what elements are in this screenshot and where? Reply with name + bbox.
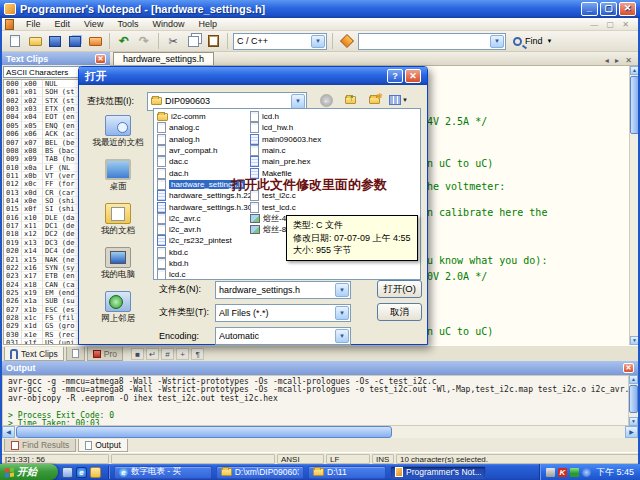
filename-input[interactable]: hardware_settings.h ▼	[215, 281, 351, 299]
new-file-button[interactable]	[6, 32, 24, 50]
start-button[interactable]: 开始	[0, 464, 58, 480]
chevron-down-icon[interactable]: ▼	[291, 94, 305, 109]
output-horizontal-scrollbar[interactable]: ◀ ▶	[2, 426, 638, 438]
chevron-down-icon[interactable]: ▼	[335, 283, 349, 297]
filetype-select[interactable]: All Files (*.*) ▼	[215, 304, 351, 322]
undo-button[interactable]: ↶	[115, 32, 133, 50]
list-item[interactable]: analog.c	[157, 122, 252, 133]
tray-icon[interactable]	[546, 468, 555, 477]
list-item[interactable]: main090603.hex	[250, 134, 321, 145]
list-item[interactable]: i2c_rs232_pintest	[157, 235, 252, 246]
sidebar-item-mycomputer[interactable]: 我的电脑	[85, 247, 151, 289]
sidebar-item-network[interactable]: 网上邻居	[85, 291, 151, 333]
list-item[interactable]: dac.c	[157, 156, 252, 167]
save-button[interactable]	[46, 32, 64, 50]
help-icon[interactable]: ?	[387, 69, 403, 83]
chevron-down-icon[interactable]: ▼	[311, 35, 325, 48]
taskbar-task-button[interactable]: e数字电表 - 买	[114, 466, 212, 479]
search-input[interactable]: ▼	[358, 33, 506, 50]
clip-tool-button-3[interactable]: +	[176, 348, 189, 360]
scheme-select[interactable]: C / C++ ▼	[233, 33, 327, 50]
title-bar[interactable]: Programmer's Notepad - [hardware_setting…	[0, 0, 640, 18]
list-item[interactable]: hardware_settings.h.30	[157, 201, 252, 212]
list-item[interactable]: i2c-comm	[157, 111, 252, 122]
taskbar-task-button[interactable]: Programmer's Not...	[390, 466, 486, 479]
menu-item-edit[interactable]: Edit	[48, 19, 78, 29]
redo-button[interactable]: ↷	[135, 32, 153, 50]
menu-item-tools[interactable]: Tools	[110, 19, 145, 29]
tab-find-results[interactable]: Find Results	[4, 439, 76, 452]
folder-icon[interactable]	[90, 467, 101, 478]
text-clips-header[interactable]: Text Clips ✕	[2, 52, 110, 65]
taskbar-task-button[interactable]: D:\11	[308, 466, 386, 479]
scroll-right-icon[interactable]: ▶	[625, 426, 638, 438]
tab-scroll-buttons[interactable]: ◂ ▸ ✕	[605, 56, 638, 65]
menu-item-view[interactable]: View	[77, 19, 110, 29]
dialog-title-bar[interactable]: 打开 ? ✕	[79, 67, 427, 85]
scroll-up-icon[interactable]: ▲	[629, 375, 638, 384]
show-desktop-icon[interactable]	[62, 467, 73, 478]
clip-tool-button-0[interactable]: ■	[131, 348, 144, 360]
list-item[interactable]: lcd.c	[157, 269, 252, 280]
up-one-level-button[interactable]: ↑	[341, 91, 360, 109]
paste-button[interactable]	[204, 32, 222, 50]
mdi-window-controls[interactable]: — ▢ ✕	[590, 20, 638, 29]
encoding-select[interactable]: Automatic ▼	[215, 327, 351, 345]
list-item[interactable]: kbd.h	[157, 258, 252, 269]
editor-vertical-scrollbar[interactable]: ▲ ▼	[629, 66, 638, 345]
cancel-button[interactable]: 取消	[377, 303, 422, 321]
scroll-left-icon[interactable]: ◀	[2, 426, 15, 438]
close-icon[interactable]: ✕	[405, 69, 421, 83]
list-item[interactable]: lcd_hw.h	[250, 122, 321, 133]
chevron-down-icon[interactable]: ▼	[335, 329, 349, 343]
open-file-button[interactable]	[26, 32, 44, 50]
tab-text-clips[interactable]: Text Clips	[4, 347, 64, 361]
internet-explorer-icon[interactable]: e	[76, 467, 87, 478]
menu-item-help[interactable]: Help	[191, 19, 224, 29]
list-item[interactable]: kbd.c	[157, 247, 252, 258]
output-vertical-scrollbar[interactable]: ▲ ▼	[629, 375, 638, 426]
sidebar-item-desktop[interactable]: 桌面	[85, 159, 151, 201]
document-menu-icon[interactable]	[5, 19, 14, 30]
copy-button[interactable]	[184, 32, 202, 50]
list-item[interactable]: lcd.h	[250, 111, 321, 122]
output-panel-header[interactable]: Output ✕	[2, 361, 638, 375]
chevron-down-icon[interactable]: ▼	[490, 35, 504, 48]
open-button[interactable]: 打开(O)	[377, 280, 422, 298]
tab-output[interactable]: Output	[78, 439, 128, 452]
cut-button[interactable]: ✂	[164, 32, 182, 50]
kmplayer-tray-icon[interactable]: K	[558, 468, 567, 477]
views-menu-button[interactable]: ▼	[389, 91, 408, 109]
minimize-button[interactable]: _	[581, 2, 598, 16]
chevron-down-icon[interactable]: ▼	[335, 306, 349, 320]
menu-item-window[interactable]: Window	[145, 19, 191, 29]
scrollbar-thumb[interactable]	[629, 385, 638, 413]
clip-tool-button-4[interactable]: ¶	[191, 348, 204, 360]
list-item[interactable]: i2c_avr.h	[157, 224, 252, 235]
messenger-tray-icon[interactable]	[582, 468, 591, 477]
find-button[interactable]: Find ▼	[508, 32, 557, 50]
close-icon[interactable]: ✕	[623, 363, 634, 373]
scrollbar-thumb[interactable]	[16, 426, 392, 438]
tab-hardware-settings[interactable]: hardware_settings.h	[113, 52, 214, 65]
maximize-button[interactable]: ▢	[600, 2, 617, 16]
list-item[interactable]: i2c_avr.c	[157, 213, 252, 224]
list-item[interactable]: analog.h	[157, 134, 252, 145]
export-button[interactable]	[86, 32, 104, 50]
list-item[interactable]: main_pre.hex	[250, 156, 321, 167]
list-item[interactable]: main.c	[250, 145, 321, 156]
clip-tool-button-1[interactable]: ↵	[146, 348, 159, 360]
list-item[interactable]: avr_compat.h	[157, 145, 252, 156]
tab-projects[interactable]: Pro	[87, 347, 123, 361]
menu-item-file[interactable]: File	[19, 19, 48, 29]
bookmark-button[interactable]	[338, 32, 356, 50]
output-console[interactable]: avr-gcc -g -mmcu=atmega8 -Wall -Wstrict-…	[2, 375, 629, 426]
close-icon[interactable]: ✕	[95, 54, 106, 64]
sidebar-item-mydocs[interactable]: 我的文档	[85, 203, 151, 245]
taskbar-task-button[interactable]: D:\xm\DIP090603	[216, 466, 304, 479]
save-all-button[interactable]	[66, 32, 84, 50]
sidebar-item-recent[interactable]: 我最近的文档	[85, 115, 151, 157]
clip-tool-button-2[interactable]: #	[161, 348, 174, 360]
scroll-down-icon[interactable]: ▼	[629, 417, 638, 426]
new-folder-button[interactable]: ✱	[365, 91, 384, 109]
